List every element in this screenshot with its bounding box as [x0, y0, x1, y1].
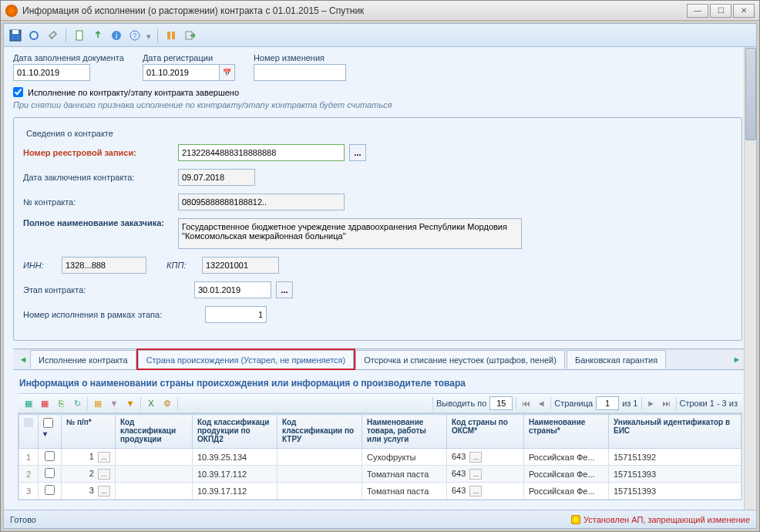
vertical-scrollbar[interactable] [744, 47, 756, 510]
reg-num-lookup[interactable]: ... [349, 144, 366, 161]
row-checkbox[interactable] [45, 468, 55, 478]
attach-icon[interactable] [45, 29, 59, 42]
svg-rect-9 [172, 32, 175, 39]
stage-label: Этап контракта: [23, 285, 173, 295]
contract-fieldset: Сведения о контракте Номер реестровой за… [13, 117, 742, 341]
grid-menu-icon[interactable] [24, 418, 33, 427]
col-num[interactable]: № п/п* [62, 415, 116, 449]
customer-textarea: Государственное бюджетное учреждение здр… [178, 218, 522, 249]
page-first-icon[interactable]: ⏮ [520, 397, 532, 409]
reload-icon[interactable]: ↻ [71, 397, 83, 409]
page-input[interactable] [596, 396, 619, 410]
reg-num-label: Номер реестровой записи: [23, 148, 173, 157]
kpp-label: КПП: [166, 261, 197, 270]
app-window: Информация об исполнении (о расторжении)… [0, 0, 760, 532]
lookup-button[interactable]: ... [98, 452, 110, 463]
col-eis-id[interactable]: Уникальный идентификатор в ЕИС [609, 415, 742, 449]
info-icon[interactable]: i [109, 29, 123, 42]
data-grid: ▾ № п/п* Код классификаци продукции Код … [18, 413, 742, 500]
window-title: Информация об исполнении (о расторжении)… [22, 5, 687, 16]
show-by-input[interactable] [489, 396, 513, 410]
lookup-button[interactable]: ... [469, 452, 482, 463]
completion-checkbox[interactable] [13, 87, 23, 97]
export-excel-icon[interactable]: X [145, 397, 157, 409]
svg-rect-11 [24, 418, 33, 427]
help-icon[interactable]: ? [128, 29, 142, 42]
page-prev-icon[interactable]: ◄ [535, 397, 547, 409]
lookup-button[interactable]: ... [469, 486, 482, 497]
delete-row-icon[interactable]: ▦ [39, 397, 51, 409]
lookup-button[interactable]: ... [469, 469, 482, 480]
col-country-code[interactable]: Код страны по ОКСМ* [447, 415, 524, 449]
svg-point-2 [30, 32, 38, 39]
stage-input[interactable] [194, 281, 271, 298]
tab-nav-right[interactable]: ► [730, 351, 744, 368]
contract-date-label: Дата заключения контракта: [23, 173, 173, 182]
fill-date-label: Дата заполнения документа [13, 53, 124, 62]
calendar-icon[interactable]: 📅 [220, 64, 235, 81]
table-row[interactable]: 1 1 ... 10.39.25.134 Сухофрукты 643 ... … [19, 449, 742, 466]
column-icon[interactable] [164, 29, 178, 42]
svg-rect-1 [12, 30, 18, 34]
collapse-icon[interactable]: ▦ [92, 397, 104, 409]
page-last-icon[interactable]: ⏭ [661, 397, 673, 409]
select-all-checkbox[interactable] [43, 418, 53, 428]
doc-icon[interactable] [72, 29, 86, 42]
fill-date-input[interactable] [13, 64, 90, 81]
col-country-name[interactable]: Наименование страны* [524, 415, 609, 449]
minimize-button[interactable]: — [687, 4, 708, 18]
titlebar: Информация об исполнении (о расторжении)… [1, 1, 759, 21]
status-ready: Готово [10, 515, 36, 524]
lookup-button[interactable]: ... [98, 486, 110, 497]
reg-num-input[interactable] [178, 144, 345, 161]
export-icon[interactable] [91, 29, 105, 42]
fieldset-legend: Сведения о контракте [23, 129, 116, 138]
svg-text:?: ? [133, 32, 136, 39]
clear-filter-icon[interactable]: ▼ [124, 397, 136, 409]
app-icon [5, 5, 18, 17]
filter-icon[interactable]: ▼ [108, 397, 120, 409]
page-next-icon[interactable]: ► [645, 397, 657, 409]
customer-label: Полное наименование заказчика: [23, 218, 173, 227]
exec-num-label: Номер исполнения в рамках этапа: [23, 310, 200, 319]
save-icon[interactable] [8, 29, 22, 42]
note-text: При снятии данного признака исполнение п… [13, 100, 747, 109]
row-checkbox[interactable] [45, 451, 55, 461]
statusbar: Готово Установлен АП, запрещающий измене… [4, 510, 756, 528]
refresh-icon[interactable] [27, 29, 41, 42]
change-num-label: Номер изменения [254, 53, 346, 62]
col-class1[interactable]: Код классификаци продукции [116, 415, 193, 449]
table-row[interactable]: 2 2 ... 10.39.17.112 Томатная паста 643 … [19, 466, 742, 483]
col-class2[interactable]: Код классификаци продукции по ОКПД2 [193, 415, 277, 449]
tab-nav-left[interactable]: ◄ [16, 351, 30, 368]
maximize-button[interactable]: ☐ [710, 4, 731, 18]
copy-row-icon[interactable]: ⎘ [55, 397, 67, 409]
tab-execution[interactable]: Исполнение контракта [30, 350, 136, 369]
tabs-bar: ◄ Исполнение контракта Страна происхожде… [13, 348, 747, 370]
lookup-button[interactable]: ... [98, 469, 110, 480]
stage-lookup[interactable]: ... [276, 281, 293, 298]
tab-guarantee[interactable]: Банковская гарантия [567, 350, 666, 369]
row-checkbox[interactable] [45, 485, 55, 495]
tab-penalties[interactable]: Отсрочка и списание неустоек (штрафов, п… [355, 350, 565, 369]
contract-date-input [178, 169, 255, 186]
settings-icon[interactable]: ⚙ [161, 397, 173, 409]
inn-label: ИНН: [23, 261, 57, 270]
show-by-label: Выводить по [436, 399, 486, 408]
col-class3[interactable]: Код классификации по КТРУ [277, 415, 362, 449]
table-row[interactable]: 3 3 ... 10.39.17.112 Томатная паста 643 … [19, 483, 742, 500]
close-button[interactable]: ✕ [733, 4, 755, 18]
col-product-name[interactable]: Наименование товара, работы или услуги [362, 415, 447, 449]
completion-label: Исполнение по контракту/этапу контракта … [28, 88, 239, 97]
exec-num-input[interactable] [205, 306, 267, 323]
exit-icon[interactable] [183, 29, 197, 42]
inn-input [62, 257, 146, 274]
status-warning: Установлен АП, запрещающий изменение [571, 515, 750, 524]
add-row-icon[interactable]: ▦ [22, 397, 35, 409]
form-area: Дата заполнения документа Дата регистрац… [4, 47, 756, 510]
reg-date-label: Дата регистрации [143, 53, 235, 62]
change-num-input[interactable] [254, 64, 346, 81]
rows-label: Строки 1 - 3 из [680, 399, 738, 408]
reg-date-input[interactable] [143, 64, 220, 81]
tab-country[interactable]: Страна происхождения (Устарел, не примен… [138, 350, 355, 369]
